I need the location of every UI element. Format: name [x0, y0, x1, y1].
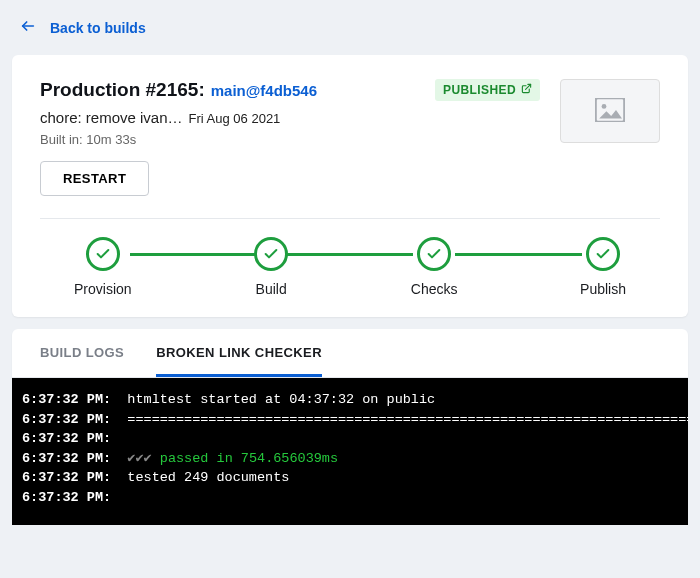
- log-text: ========================================…: [127, 412, 688, 427]
- tabs: BUILD LOGS BROKEN LINK CHECKER: [12, 329, 688, 378]
- svg-line-1: [526, 84, 531, 89]
- logs-card: BUILD LOGS BROKEN LINK CHECKER: [12, 329, 688, 378]
- status-badge: PUBLISHED: [435, 79, 540, 101]
- back-to-builds-link[interactable]: Back to builds: [0, 0, 700, 55]
- terminal-output: 6:37:32 PM: htmltest started at 04:37:32…: [12, 378, 688, 525]
- stage-connector: [286, 253, 413, 256]
- tab-build-logs[interactable]: BUILD LOGS: [40, 329, 124, 377]
- check-circle-icon: [86, 237, 120, 271]
- log-timestamp: 6:37:32 PM:: [22, 490, 111, 505]
- stage-label: Build: [256, 281, 287, 297]
- build-date: Fri Aug 06 2021: [189, 111, 281, 126]
- check-circle-icon: [254, 237, 288, 271]
- svg-point-3: [602, 104, 607, 109]
- build-stages: Provision Build Checks Publish: [40, 237, 660, 297]
- log-timestamp: 6:37:32 PM:: [22, 392, 111, 407]
- external-link-icon: [521, 83, 532, 97]
- checkmarks-icon: ✔✔✔: [127, 451, 151, 466]
- built-in-label: Built in: 10m 33s: [40, 132, 317, 147]
- stage-publish: Publish: [580, 237, 626, 297]
- build-title: Production #2165:: [40, 79, 205, 101]
- divider: [40, 218, 660, 219]
- preview-thumbnail[interactable]: [560, 79, 660, 143]
- log-text: tested 249 documents: [127, 470, 289, 485]
- stage-label: Provision: [74, 281, 132, 297]
- status-label: PUBLISHED: [443, 83, 516, 97]
- log-timestamp: 6:37:32 PM:: [22, 431, 111, 446]
- log-timestamp: 6:37:32 PM:: [22, 470, 111, 485]
- svg-rect-2: [596, 98, 625, 122]
- check-circle-icon: [417, 237, 451, 271]
- build-summary-card: Production #2165: main@f4db546 chore: re…: [12, 55, 688, 317]
- log-text: htmltest started at 04:37:32 on public: [127, 392, 435, 407]
- check-circle-icon: [586, 237, 620, 271]
- stage-connector: [455, 253, 582, 256]
- stage-build: Build: [254, 237, 288, 297]
- back-label: Back to builds: [50, 20, 146, 36]
- arrow-left-icon: [20, 18, 36, 37]
- log-pass: passed in 754.656039ms: [152, 451, 338, 466]
- commit-message: chore: remove ivan…: [40, 109, 183, 126]
- log-timestamp: 6:37:32 PM:: [22, 412, 111, 427]
- stage-connector: [130, 253, 257, 256]
- stage-label: Checks: [411, 281, 458, 297]
- log-timestamp: 6:37:32 PM:: [22, 451, 111, 466]
- stage-label: Publish: [580, 281, 626, 297]
- tab-broken-link-checker[interactable]: BROKEN LINK CHECKER: [156, 329, 322, 377]
- branch-commit-link[interactable]: main@f4db546: [211, 82, 317, 99]
- restart-button[interactable]: RESTART: [40, 161, 149, 196]
- image-placeholder-icon: [595, 98, 625, 125]
- stage-provision: Provision: [74, 237, 132, 297]
- stage-checks: Checks: [411, 237, 458, 297]
